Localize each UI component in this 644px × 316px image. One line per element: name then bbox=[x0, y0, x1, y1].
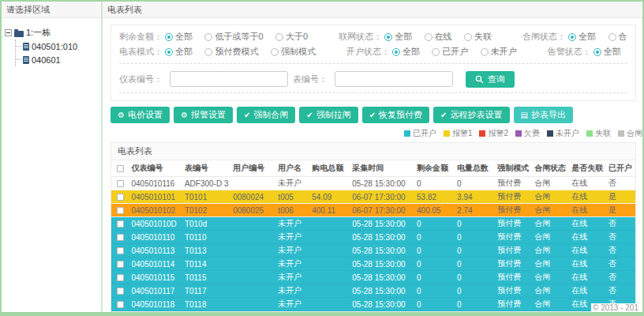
filter-group: 告警状态： 全部 报警1 bbox=[548, 45, 627, 59]
radio-option[interactable]: 大于0 bbox=[275, 31, 308, 43]
column-header[interactable]: 表编号 bbox=[182, 160, 230, 177]
row-checkbox[interactable] bbox=[117, 220, 124, 228]
radio-icon[interactable] bbox=[568, 33, 576, 41]
radio-icon[interactable] bbox=[275, 33, 283, 41]
tree-node[interactable]: 040501:010 bbox=[23, 40, 98, 53]
column-header[interactable]: 是否失联 bbox=[569, 160, 606, 177]
table-row[interactable]: 0405010116 ADF300-D 3 未开户 bbox=[111, 177, 635, 190]
radio-option[interactable]: 低于或等于0 bbox=[204, 31, 263, 43]
row-checkbox[interactable] bbox=[117, 180, 124, 187]
toolbar-button[interactable]: ✔ 远程抄表设置 bbox=[433, 107, 509, 123]
radio-icon[interactable] bbox=[608, 33, 616, 41]
table-cell: 在线 bbox=[569, 177, 606, 190]
toolbar-button[interactable]: ✔ 恢复预付费 bbox=[362, 107, 429, 123]
table-cell: 456.00 bbox=[309, 311, 350, 313]
radio-label: 全部 bbox=[402, 46, 420, 58]
table-row[interactable]: 0405010117 T0117 未开户 05 bbox=[111, 284, 635, 298]
radio-option[interactable]: 强制模式 bbox=[271, 46, 316, 58]
tree-node[interactable]: 040601 bbox=[23, 53, 98, 66]
toolbar-button-label: 强制合闸 bbox=[253, 109, 288, 121]
table-cell bbox=[309, 284, 350, 298]
column-header[interactable]: 购电总额 bbox=[309, 160, 350, 177]
table-row[interactable]: 0405010118 T0118 未开户 05 bbox=[111, 298, 635, 311]
row-checkbox[interactable] bbox=[117, 207, 124, 214]
table-cell: 06-07 17:30:00 bbox=[350, 190, 414, 204]
query-button[interactable]: 查询 bbox=[466, 71, 515, 88]
column-header[interactable]: 已开户 bbox=[606, 160, 635, 177]
radio-icon[interactable] bbox=[481, 48, 489, 56]
table-cell bbox=[309, 298, 350, 311]
column-header[interactable]: 强制模式 bbox=[495, 160, 532, 177]
table-row[interactable]: 0405010110 T0110 未开户 05 bbox=[111, 231, 635, 244]
filter-group: 合闸状态： 全部 合闸 bbox=[522, 30, 627, 44]
row-checkbox[interactable] bbox=[117, 261, 124, 268]
table-row[interactable]: 0405010102 T0102 0080025 t006 400.11 bbox=[111, 204, 635, 217]
toolbar-button[interactable]: ⚙ 报警设置 bbox=[174, 107, 233, 123]
radio-icon[interactable] bbox=[271, 48, 279, 56]
column-header[interactable]: 采集时间 bbox=[350, 160, 414, 177]
table-row[interactable]: 0405010115 T0115 未开户 05 bbox=[111, 271, 635, 284]
column-header[interactable]: 用户编号 bbox=[230, 160, 275, 177]
table-cell: T6010D bbox=[182, 311, 230, 313]
toolbar-button[interactable]: ✔ 强制合闸 bbox=[237, 107, 295, 123]
radio-option[interactable]: 未开户 bbox=[481, 46, 517, 58]
radio-icon[interactable] bbox=[464, 33, 472, 41]
table-cell: T0115 bbox=[182, 271, 230, 284]
radio-option[interactable]: 全部 bbox=[165, 31, 193, 43]
meter-code-input[interactable] bbox=[335, 71, 453, 87]
column-header[interactable]: 电量总数 bbox=[455, 160, 495, 177]
radio-icon[interactable] bbox=[204, 48, 212, 56]
radio-icon[interactable] bbox=[165, 48, 173, 56]
radio-icon[interactable] bbox=[593, 48, 601, 56]
table-cell: 未开户 bbox=[275, 244, 309, 258]
filter-group: 剩余金额： 全部 低于或 bbox=[119, 30, 316, 44]
radio-icon[interactable] bbox=[432, 48, 440, 56]
toolbar-button[interactable]: ▤ 抄表导出 bbox=[514, 107, 573, 123]
table-row[interactable]: 040601010D T6010D 0080020 t001 456.00 bbox=[111, 311, 635, 313]
row-checkbox[interactable] bbox=[117, 288, 124, 295]
table-cell: 0 bbox=[455, 298, 495, 311]
radio-option[interactable]: 在线 bbox=[425, 31, 452, 43]
row-checkbox[interactable] bbox=[117, 234, 124, 241]
radio-option[interactable]: 预付费模式 bbox=[204, 46, 258, 58]
app-window: 请选择区域 1:一栋 040501:010 040601 bbox=[0, 0, 644, 316]
filter-label: 告警状态： bbox=[548, 46, 591, 58]
radio-icon[interactable] bbox=[392, 48, 400, 56]
radio-option[interactable]: 全部 bbox=[568, 31, 596, 43]
column-header[interactable]: 合闸状态 bbox=[532, 160, 569, 177]
row-checkbox[interactable] bbox=[117, 194, 124, 201]
toolbar-button[interactable]: ✔ 强制拉闸 bbox=[299, 107, 358, 123]
column-header[interactable]: 仪表编号 bbox=[129, 160, 182, 177]
radio-option[interactable]: 已开户 bbox=[432, 46, 468, 58]
collapse-icon[interactable] bbox=[5, 29, 12, 36]
table-row[interactable]: 0405010101 T0101 0080024 t005 54.09 bbox=[111, 190, 635, 204]
radio-option[interactable]: 全部 bbox=[384, 31, 412, 43]
toolbar-button[interactable]: ⚙ 电价设置 bbox=[110, 107, 170, 123]
radio-option[interactable]: 全部 bbox=[392, 46, 420, 58]
radio-icon[interactable] bbox=[204, 33, 212, 41]
table-row[interactable]: 0405010114 T0114 未开户 05 bbox=[111, 258, 635, 271]
select-all-checkbox[interactable] bbox=[117, 165, 124, 172]
table-row[interactable]: 0405010113 T0113 未开户 05 bbox=[111, 244, 635, 258]
column-header[interactable]: 用户名 bbox=[275, 160, 309, 177]
radio-option[interactable]: 全部 bbox=[165, 46, 193, 58]
tree-node-root[interactable]: 1:一栋 bbox=[5, 26, 98, 40]
row-checkbox[interactable] bbox=[117, 301, 124, 308]
select-all-cell bbox=[111, 160, 129, 177]
row-checkbox[interactable] bbox=[117, 274, 124, 281]
table-cell: 否 bbox=[606, 284, 635, 298]
table-cell bbox=[230, 244, 275, 258]
radio-option[interactable]: 全部 bbox=[593, 46, 621, 58]
table-cell: 0 bbox=[414, 298, 455, 311]
radio-icon[interactable] bbox=[384, 33, 392, 41]
row-checkbox[interactable] bbox=[117, 247, 124, 254]
radio-icon[interactable] bbox=[425, 33, 432, 41]
meter-no-input[interactable] bbox=[170, 71, 288, 87]
table-cell: 在线 bbox=[569, 258, 606, 271]
radio-option[interactable]: 失联 bbox=[464, 31, 492, 43]
radio-icon[interactable] bbox=[165, 33, 173, 41]
column-header[interactable]: 剩余金额 bbox=[414, 160, 455, 177]
table-row[interactable]: 040501010D T010d 未开户 05 bbox=[111, 217, 635, 231]
table-cell: 0 bbox=[455, 231, 495, 244]
radio-option[interactable]: 合闸 bbox=[608, 31, 627, 43]
